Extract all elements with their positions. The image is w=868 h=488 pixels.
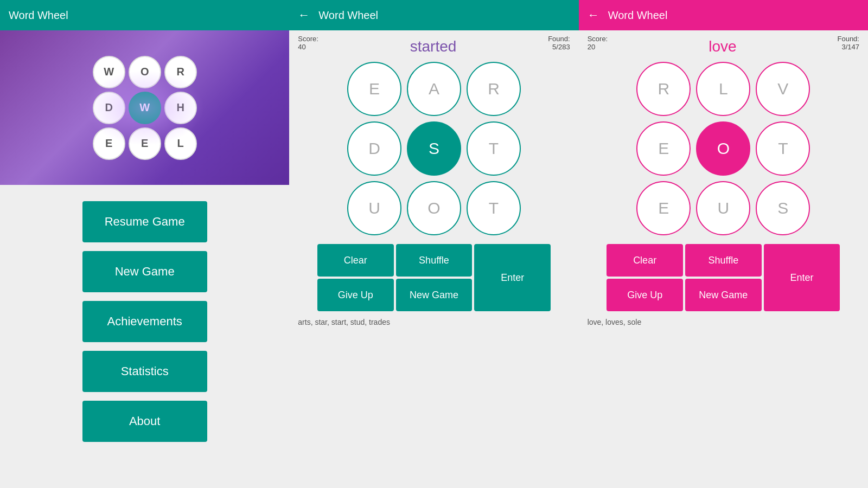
hero-letter-8: L xyxy=(164,127,197,160)
main-title: Word Wheel xyxy=(9,9,68,22)
teal-score-section: Score: 40 xyxy=(298,35,318,62)
pink-cell-2[interactable]: V xyxy=(756,62,810,116)
teal-game-header: ← Word Wheel xyxy=(289,0,578,30)
teal-enter-button[interactable]: Enter xyxy=(474,244,551,311)
teal-found-section: Found: 5/283 xyxy=(548,35,570,62)
teal-cell-8[interactable]: T xyxy=(467,181,521,235)
teal-giveup-button[interactable]: Give Up xyxy=(317,279,394,311)
achievements-button[interactable]: Achievements xyxy=(82,301,207,342)
teal-found-label: Found: xyxy=(548,35,570,43)
pink-letter-grid: R L V E O T E U S xyxy=(626,62,821,235)
teal-game-panel: ← Word Wheel Score: 40 started Found: 5/… xyxy=(289,0,578,488)
pink-score-bar: Score: 20 love Found: 3/147 xyxy=(579,30,868,62)
teal-newgame-button[interactable]: New Game xyxy=(396,279,473,311)
pink-back-arrow[interactable]: ← xyxy=(588,8,599,22)
pink-game-title: Word Wheel xyxy=(608,9,668,22)
teal-clear-button[interactable]: Clear xyxy=(317,244,394,277)
hero-letter-center: W xyxy=(129,92,161,124)
pink-score-label: Score: xyxy=(588,35,608,43)
pink-found-section: Found: 3/147 xyxy=(837,35,859,62)
pink-shuffle-button[interactable]: Shuffle xyxy=(685,244,762,277)
teal-letter-grid: E A R D S T U O T xyxy=(336,62,532,235)
teal-cell-3[interactable]: D xyxy=(347,121,401,176)
teal-cell-center[interactable]: S xyxy=(407,121,461,176)
teal-back-arrow[interactable]: ← xyxy=(298,8,310,22)
pink-current-word: love xyxy=(709,35,736,62)
main-header: Word Wheel xyxy=(0,0,289,30)
main-menu-panel: Word Wheel W O R D W H E E L Resume Game… xyxy=(0,0,289,488)
teal-score-label: Score: xyxy=(298,35,318,43)
pink-game-panel: ← Word Wheel Score: 20 love Found: 3/147… xyxy=(579,0,868,488)
hero-letter-0: W xyxy=(93,56,125,88)
pink-score-section: Score: 20 xyxy=(588,35,608,62)
hero-letter-1: O xyxy=(129,56,161,88)
pink-action-buttons: Clear Shuffle Enter Give Up New Game xyxy=(607,244,840,311)
teal-found-value: 5/283 xyxy=(548,43,570,51)
hero-letter-2: R xyxy=(164,56,197,88)
pink-game-header: ← Word Wheel xyxy=(579,0,868,30)
pink-cell-8[interactable]: S xyxy=(756,181,810,235)
teal-cell-0[interactable]: E xyxy=(347,62,401,116)
teal-action-buttons: Clear Shuffle Enter Give Up New Game xyxy=(317,244,551,311)
hero-letter-7: E xyxy=(129,127,161,160)
pink-found-label: Found: xyxy=(837,35,859,43)
teal-game-title: Word Wheel xyxy=(318,9,378,22)
pink-cell-0[interactable]: R xyxy=(636,62,691,116)
about-button[interactable]: About xyxy=(82,401,207,442)
pink-clear-button[interactable]: Clear xyxy=(607,244,683,277)
hero-letter-6: E xyxy=(93,127,125,160)
teal-cell-2[interactable]: R xyxy=(467,62,521,116)
new-game-button[interactable]: New Game xyxy=(82,251,207,292)
pink-cell-5[interactable]: T xyxy=(756,121,810,176)
resume-game-button[interactable]: Resume Game xyxy=(82,201,207,242)
pink-cell-3[interactable]: E xyxy=(636,121,691,176)
teal-cell-1[interactable]: A xyxy=(407,62,461,116)
teal-found-words: arts, star, start, stud, trades xyxy=(289,311,578,333)
teal-current-word: started xyxy=(410,35,457,62)
hero-letter-3: D xyxy=(93,92,125,124)
pink-cell-1[interactable]: L xyxy=(696,62,750,116)
hero-area: W O R D W H E E L xyxy=(0,30,289,185)
pink-score-value: 20 xyxy=(588,43,608,51)
teal-cell-5[interactable]: T xyxy=(467,121,521,176)
pink-newgame-button[interactable]: New Game xyxy=(685,279,762,311)
hero-letter-5: H xyxy=(164,92,197,124)
statistics-button[interactable]: Statistics xyxy=(82,351,207,392)
pink-giveup-button[interactable]: Give Up xyxy=(607,279,683,311)
teal-shuffle-button[interactable]: Shuffle xyxy=(396,244,473,277)
teal-cell-7[interactable]: O xyxy=(407,181,461,235)
pink-found-value: 3/147 xyxy=(837,43,859,51)
pink-found-words: love, loves, sole xyxy=(579,311,868,333)
teal-score-bar: Score: 40 started Found: 5/283 xyxy=(289,30,578,62)
hero-letter-grid: W O R D W H E E L xyxy=(93,56,197,160)
pink-enter-button[interactable]: Enter xyxy=(764,244,840,311)
menu-area: Resume Game New Game Achievements Statis… xyxy=(0,185,289,488)
pink-cell-center[interactable]: O xyxy=(696,121,750,176)
teal-score-value: 40 xyxy=(298,43,318,51)
pink-cell-6[interactable]: E xyxy=(636,181,691,235)
pink-cell-7[interactable]: U xyxy=(696,181,750,235)
teal-cell-6[interactable]: U xyxy=(347,181,401,235)
